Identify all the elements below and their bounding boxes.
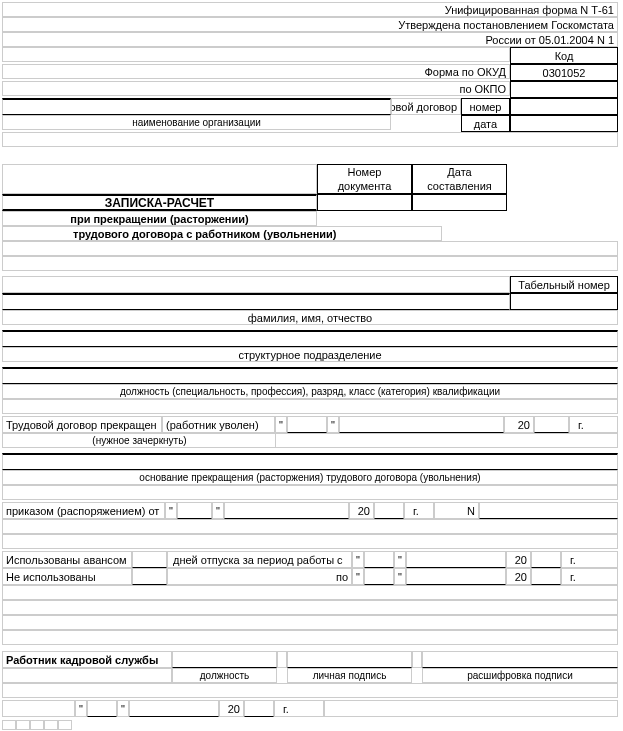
spacer	[2, 485, 618, 500]
doc-num-value[interactable]	[317, 194, 412, 211]
order-n-label: N	[434, 502, 479, 519]
order-y20: 20	[349, 502, 374, 519]
form-line-3: России от 05.01.2004 N 1	[2, 32, 618, 47]
order-label: приказом (распоряжением) от	[2, 502, 165, 519]
bottom-month[interactable]	[129, 700, 219, 717]
uq1: "	[352, 551, 364, 568]
spacer	[2, 585, 618, 600]
term-day[interactable]	[287, 416, 327, 433]
order-month[interactable]	[224, 502, 349, 519]
doc-date-value[interactable]	[412, 194, 507, 211]
hr-post-label: должность	[172, 668, 277, 683]
tab-num-label: Табельный номер	[510, 276, 618, 293]
to-month[interactable]	[406, 568, 506, 585]
term-month[interactable]	[339, 416, 504, 433]
bq1: "	[75, 700, 87, 717]
spacer	[2, 683, 618, 698]
from-day[interactable]	[364, 551, 394, 568]
ruler	[2, 720, 16, 730]
spacer	[2, 399, 618, 414]
hr-officer-label: Работник кадровой службы	[2, 651, 172, 668]
dept-field[interactable]	[2, 330, 618, 347]
fio-field[interactable]	[2, 293, 510, 310]
contract-date-value[interactable]	[510, 115, 618, 132]
form-line-1: Унифицированная форма N Т-61	[2, 2, 618, 17]
okpo-label: по ОКПО	[2, 81, 510, 96]
to-day[interactable]	[364, 568, 394, 585]
dept-label: структурное подразделение	[2, 347, 618, 362]
spacer	[324, 700, 618, 717]
terminated-label: Трудовой договор прекращен	[2, 416, 162, 433]
org-name-field[interactable]	[2, 98, 391, 115]
used-days[interactable]	[132, 551, 167, 568]
not-used-label: Не использованы	[2, 568, 132, 585]
basis-field[interactable]	[2, 453, 618, 470]
ruler	[58, 720, 72, 730]
bottom-yr: г.	[274, 700, 324, 717]
hr-sign-label: личная подпись	[287, 668, 412, 683]
fio-label: фамилия, имя, отчество	[2, 310, 618, 325]
spacer	[412, 651, 422, 668]
oq2: "	[212, 502, 224, 519]
order-n-value[interactable]	[479, 502, 618, 519]
oq1: "	[165, 502, 177, 519]
spacer	[2, 164, 317, 194]
basis-label: основание прекращения (расторжения) труд…	[2, 470, 618, 485]
spacer	[2, 241, 618, 256]
doc-date-l1: Дата	[412, 164, 507, 179]
position-field[interactable]	[2, 367, 618, 384]
bottom-day[interactable]	[87, 700, 117, 717]
from-month[interactable]	[406, 551, 506, 568]
days-from-label: дней отпуска за период работы с	[167, 551, 352, 568]
bottom-year[interactable]	[244, 700, 274, 717]
from-y20: 20	[506, 551, 531, 568]
title-line2: при прекращении (расторжении)	[2, 211, 317, 226]
form-line-2: Утверждена постановлением Госкомстата	[2, 17, 618, 32]
ruler	[16, 720, 30, 730]
spacer	[2, 600, 618, 615]
okpo-value[interactable]	[510, 81, 618, 98]
hr-sign-field[interactable]	[287, 651, 412, 668]
contract-number-value[interactable]	[510, 98, 618, 115]
spacer	[277, 651, 287, 668]
okud-value: 0301052	[510, 64, 618, 81]
fired-label: (работник уволен)	[162, 416, 275, 433]
ruler	[44, 720, 58, 730]
contract-date-label: дата	[461, 115, 510, 132]
to-year[interactable]	[531, 568, 561, 585]
uq2: "	[394, 551, 406, 568]
to-yr: г.	[561, 568, 618, 585]
term-year[interactable]	[534, 416, 569, 433]
spacer	[2, 668, 172, 683]
used-advance-label: Использованы авансом	[2, 551, 132, 568]
spacer	[2, 700, 75, 717]
hr-decode-label: расшифровка подписи	[422, 668, 618, 683]
doc-num-l2: документа	[317, 179, 412, 194]
order-day[interactable]	[177, 502, 212, 519]
spacer	[2, 615, 618, 630]
doc-num-l1: Номер	[317, 164, 412, 179]
to-label: по	[167, 568, 352, 585]
nq1: "	[352, 568, 364, 585]
spacer	[2, 519, 618, 534]
code-label: Код	[510, 47, 618, 64]
term-y20: 20	[504, 416, 534, 433]
position-label: должность (специальность, профессия), ра…	[2, 384, 618, 399]
order-yr: г.	[404, 502, 434, 519]
tab-num-value[interactable]	[510, 293, 618, 310]
order-year[interactable]	[374, 502, 404, 519]
ruler	[30, 720, 44, 730]
not-used-days[interactable]	[132, 568, 167, 585]
spacer	[2, 276, 510, 293]
title-line1: ЗАПИСКА-РАСЧЕТ	[2, 194, 317, 211]
hr-decode-field[interactable]	[422, 651, 618, 668]
to-y20: 20	[506, 568, 531, 585]
from-year[interactable]	[531, 551, 561, 568]
contract-label: Трудовой договор	[391, 98, 461, 115]
q2: "	[327, 416, 339, 433]
from-yr: г.	[561, 551, 618, 568]
bq2: "	[117, 700, 129, 717]
spacer	[2, 47, 510, 62]
spacer	[2, 256, 618, 271]
hr-post-field[interactable]	[172, 651, 277, 668]
